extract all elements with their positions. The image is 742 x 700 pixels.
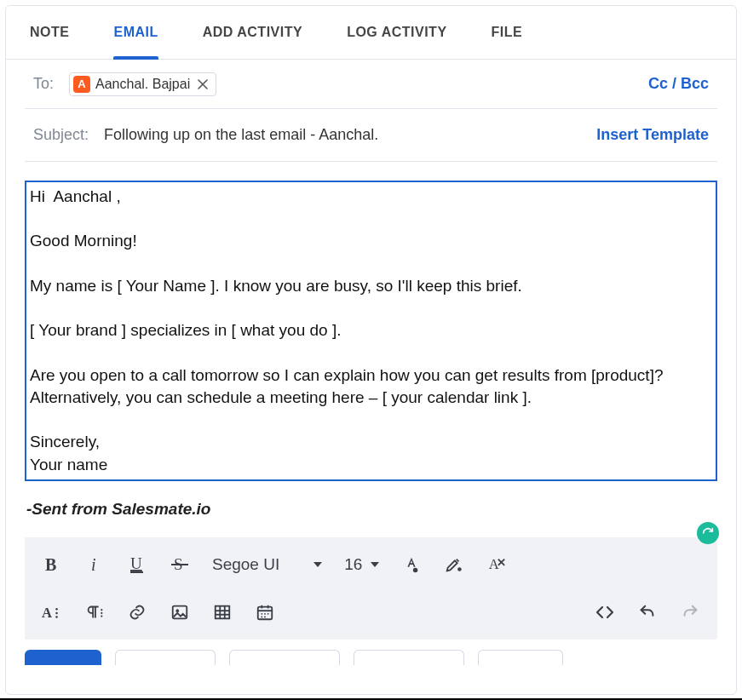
svg-point-12 (55, 608, 58, 611)
insert-link-button[interactable] (118, 595, 156, 629)
compose-tabs: NOTE EMAIL ADD ACTIVITY LOG ACTIVITY FIL… (6, 6, 736, 60)
more-text-styles-button[interactable]: A (33, 595, 71, 629)
secondary-button-1[interactable] (115, 650, 216, 665)
svg-point-16 (101, 612, 102, 614)
action-buttons-row (6, 640, 736, 665)
svg-point-30 (264, 613, 266, 615)
subject-row: Subject: Following up on the last email … (25, 109, 717, 162)
chevron-down-icon (371, 562, 379, 567)
svg-point-14 (55, 616, 58, 618)
paragraph-format-button[interactable] (76, 595, 113, 629)
svg-point-31 (267, 613, 269, 615)
signature-text: -Sent from Salesmate.io (8, 500, 736, 519)
svg-point-33 (264, 616, 266, 617)
avatar: A (73, 76, 90, 93)
remove-recipient-icon[interactable] (195, 77, 210, 92)
cc-bcc-link[interactable]: Cc / Bcc (648, 75, 717, 93)
font-family-value: Segoe UI (212, 555, 279, 574)
font-size-select[interactable]: 16 (336, 555, 388, 574)
code-view-button[interactable] (586, 595, 624, 629)
format-toolbar: B i U S Segoe UI 16 (25, 537, 717, 640)
text-color-button[interactable] (393, 548, 430, 582)
strikethrough-button[interactable]: S (161, 548, 198, 582)
svg-text:A: A (489, 555, 499, 571)
secondary-button-4[interactable] (478, 650, 563, 665)
insert-calendar-button[interactable] (246, 595, 284, 629)
clear-formatting-button[interactable]: A (478, 548, 515, 582)
secondary-button-2[interactable] (229, 650, 340, 665)
underline-button[interactable]: U (118, 548, 156, 582)
to-row: To: A Aanchal. Bajpai Cc / Bcc (25, 60, 717, 109)
subject-label: Subject: (33, 126, 89, 144)
tab-add-activity[interactable]: ADD ACTIVITY (203, 6, 302, 59)
svg-point-19 (175, 609, 179, 612)
recipient-name: Aanchal. Bajpai (95, 77, 190, 92)
svg-point-6 (413, 568, 418, 573)
to-label: To: (33, 75, 54, 93)
svg-rect-20 (216, 606, 230, 619)
send-button[interactable] (25, 650, 101, 665)
redo-button[interactable] (671, 595, 709, 629)
insert-image-button[interactable] (161, 595, 198, 629)
tab-file[interactable]: FILE (492, 6, 523, 59)
undo-button[interactable] (629, 595, 666, 629)
svg-point-7 (458, 567, 463, 571)
svg-text:U: U (130, 554, 142, 572)
subject-input[interactable]: Following up on the last email - Aanchal… (104, 126, 378, 144)
svg-text:B: B (45, 555, 56, 574)
italic-button[interactable]: i (76, 548, 113, 582)
tab-email[interactable]: EMAIL (113, 6, 158, 59)
svg-text:i: i (91, 555, 96, 574)
svg-point-32 (261, 616, 262, 617)
svg-point-29 (261, 613, 262, 615)
insert-template-link[interactable]: Insert Template (596, 126, 717, 144)
svg-point-13 (55, 611, 58, 614)
sync-badge-icon[interactable] (697, 522, 719, 544)
tab-log-activity[interactable]: LOG ACTIVITY (347, 6, 446, 59)
font-family-select[interactable]: Segoe UI (204, 555, 331, 574)
svg-point-15 (101, 609, 102, 611)
font-size-value: 16 (344, 555, 362, 574)
svg-text:A: A (42, 604, 52, 620)
recipient-chip[interactable]: A Aanchal. Bajpai (69, 72, 216, 96)
highlight-color-button[interactable] (435, 548, 473, 582)
insert-table-button[interactable] (204, 595, 241, 629)
chevron-down-icon (313, 562, 322, 567)
svg-point-17 (101, 615, 102, 617)
email-body-editor[interactable]: Hi Aanchal , Good Morning! My name is [ … (25, 181, 717, 481)
secondary-button-3[interactable] (354, 650, 464, 665)
tab-note[interactable]: NOTE (30, 6, 69, 59)
bold-button[interactable]: B (33, 548, 71, 582)
